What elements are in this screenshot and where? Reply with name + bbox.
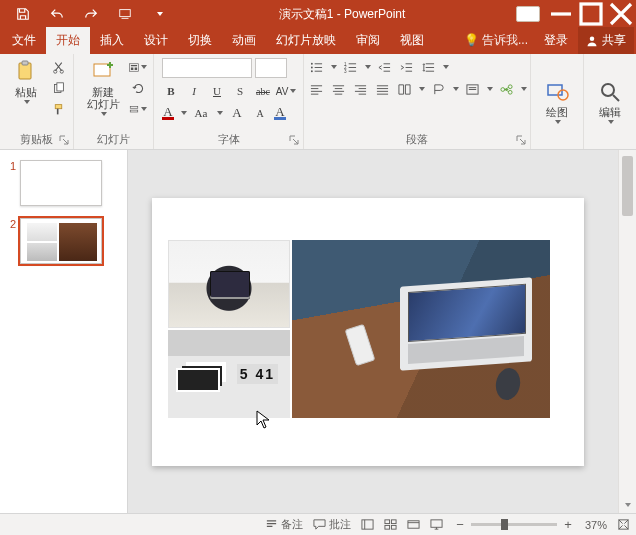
numbering-button[interactable]: 123 — [341, 58, 359, 76]
align-center-button[interactable] — [329, 80, 347, 98]
align-right-button[interactable] — [351, 80, 369, 98]
tab-file[interactable]: 文件 — [2, 27, 46, 54]
minimize-button[interactable] — [546, 0, 576, 28]
reading-view-icon[interactable] — [407, 518, 420, 531]
change-case-button[interactable]: Aa — [192, 104, 210, 122]
font-family-combo[interactable] — [162, 58, 252, 78]
login-button[interactable]: 登录 — [534, 27, 578, 54]
zoom-out-button[interactable]: − — [453, 517, 467, 532]
align-left-button[interactable] — [307, 80, 325, 98]
slideshow-view-icon[interactable] — [430, 518, 443, 531]
underline-button[interactable]: U — [208, 82, 226, 100]
tab-home[interactable]: 开始 — [46, 27, 90, 54]
paragraph-launcher-icon[interactable] — [516, 135, 528, 147]
thumbnail-preview[interactable] — [20, 160, 102, 206]
editing-button[interactable]: 编辑 — [590, 58, 630, 145]
smartart-button[interactable] — [497, 80, 515, 98]
reset-icon[interactable] — [129, 79, 147, 97]
title-bar: 演示文稿1 - PowerPoint — [0, 0, 636, 28]
justify-button[interactable] — [373, 80, 391, 98]
svg-rect-13 — [131, 67, 134, 70]
maximize-button[interactable] — [576, 0, 606, 28]
comments-button[interactable]: 批注 — [313, 517, 351, 532]
save-icon[interactable] — [8, 0, 38, 28]
clear-formatting-button[interactable]: A — [274, 106, 286, 120]
zoom-slider-thumb[interactable] — [501, 519, 508, 530]
tab-design[interactable]: 设计 — [134, 27, 178, 54]
vertical-scrollbar[interactable] — [618, 150, 636, 513]
slide-canvas-area[interactable] — [128, 150, 618, 513]
change-case-dropdown-icon[interactable] — [217, 111, 223, 115]
scroll-down-icon[interactable] — [619, 497, 636, 513]
picture-right[interactable] — [292, 240, 550, 418]
numbering-dropdown-icon[interactable] — [365, 65, 371, 69]
normal-view-icon[interactable] — [361, 518, 374, 531]
thumbnail-number: 1 — [6, 160, 16, 172]
cut-icon[interactable] — [49, 58, 67, 76]
align-text-button[interactable] — [463, 80, 481, 98]
thumbnail-slide-2[interactable]: 2 — [6, 218, 121, 264]
strikethrough-button[interactable]: abc — [254, 82, 272, 100]
bold-button[interactable]: B — [162, 82, 180, 100]
tell-me-box[interactable]: 💡 告诉我... — [458, 27, 534, 54]
slide-thumbnail-panel[interactable]: 1 2 — [0, 150, 128, 513]
char-spacing-button[interactable]: AV — [277, 82, 295, 100]
zoom-percentage[interactable]: 37% — [585, 519, 607, 531]
copy-icon[interactable] — [49, 79, 67, 97]
grow-font-button[interactable]: A — [228, 104, 246, 122]
slide-sorter-view-icon[interactable] — [384, 518, 397, 531]
new-slide-button[interactable]: 新建 幻灯片 — [80, 58, 126, 118]
columns-button[interactable] — [395, 80, 413, 98]
start-from-beginning-icon[interactable] — [110, 0, 140, 28]
zoom-in-button[interactable]: + — [561, 517, 575, 532]
tab-insert[interactable]: 插入 — [90, 27, 134, 54]
format-painter-icon[interactable] — [49, 100, 67, 118]
tab-review[interactable]: 审阅 — [346, 27, 390, 54]
layout-icon[interactable] — [129, 58, 147, 76]
italic-button[interactable]: I — [185, 82, 203, 100]
tab-view[interactable]: 视图 — [390, 27, 434, 54]
text-direction-button[interactable] — [429, 80, 447, 98]
share-button[interactable]: 共享 — [578, 27, 634, 54]
svg-rect-15 — [130, 106, 138, 108]
line-spacing-button[interactable] — [419, 58, 437, 76]
notes-button[interactable]: 备注 — [265, 517, 303, 532]
clipboard-launcher-icon[interactable] — [59, 135, 71, 147]
paste-button[interactable]: 粘贴 — [6, 58, 46, 106]
font-color-dropdown-icon[interactable] — [181, 111, 187, 115]
smartart-dropdown-icon[interactable] — [521, 87, 527, 91]
bullets-dropdown-icon[interactable] — [331, 65, 337, 69]
shrink-font-button[interactable]: A — [251, 104, 269, 122]
align-text-dropdown-icon[interactable] — [487, 87, 493, 91]
thumbnail-preview[interactable] — [20, 218, 102, 264]
picture-bottom-left[interactable] — [168, 330, 290, 418]
zoom-slider[interactable] — [471, 523, 557, 526]
close-button[interactable] — [606, 0, 636, 28]
fit-to-window-icon[interactable] — [617, 518, 630, 531]
font-color-button[interactable]: A — [162, 106, 174, 120]
bullets-button[interactable] — [307, 58, 325, 76]
thumbnail-slide-1[interactable]: 1 — [6, 160, 121, 206]
tab-transitions[interactable]: 切换 — [178, 27, 222, 54]
text-direction-dropdown-icon[interactable] — [453, 87, 459, 91]
drawing-button[interactable]: 绘图 — [537, 58, 577, 145]
shadow-button[interactable]: S — [231, 82, 249, 100]
tab-animations[interactable]: 动画 — [222, 27, 266, 54]
section-icon[interactable] — [129, 100, 147, 118]
ribbon-display-options-icon[interactable] — [516, 6, 540, 22]
decrease-indent-button[interactable] — [375, 58, 393, 76]
redo-icon[interactable] — [76, 0, 106, 28]
line-spacing-dropdown-icon[interactable] — [443, 65, 449, 69]
qat-customize-icon[interactable] — [144, 0, 174, 28]
tab-slideshow[interactable]: 幻灯片放映 — [266, 27, 346, 54]
picture-top-left[interactable] — [168, 240, 290, 328]
scroll-thumb[interactable] — [622, 156, 633, 216]
svg-rect-14 — [135, 67, 138, 70]
columns-dropdown-icon[interactable] — [419, 87, 425, 91]
undo-icon[interactable] — [42, 0, 72, 28]
svg-rect-34 — [391, 525, 396, 529]
font-size-combo[interactable] — [255, 58, 287, 78]
slide-canvas[interactable] — [152, 198, 584, 466]
increase-indent-button[interactable] — [397, 58, 415, 76]
font-launcher-icon[interactable] — [289, 135, 301, 147]
